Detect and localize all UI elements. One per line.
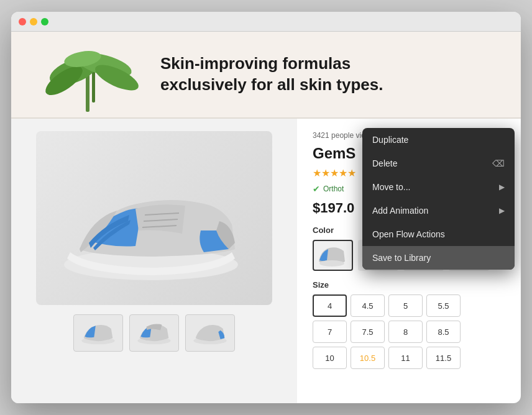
size-btn-5[interactable]: 5 xyxy=(388,294,423,317)
size-btn-8-5[interactable]: 8.5 xyxy=(426,321,461,343)
menu-item-move[interactable]: Move to... ▶ xyxy=(362,175,515,199)
dot-yellow[interactable] xyxy=(30,18,37,25)
size-btn-11[interactable]: 11 xyxy=(388,347,423,369)
thumbnail-1[interactable] xyxy=(73,314,123,352)
thumbnail-3[interactable] xyxy=(185,314,235,352)
size-btn-11-5[interactable]: 11.5 xyxy=(426,347,461,369)
size-label: Size xyxy=(313,280,508,290)
thumbnail-row xyxy=(73,314,235,352)
color-swatch-gray-blue[interactable] xyxy=(313,240,353,271)
size-btn-4[interactable]: 4 xyxy=(313,294,347,317)
size-btn-4-5[interactable]: 4.5 xyxy=(351,294,385,317)
animation-arrow-icon: ▶ xyxy=(499,206,505,215)
dot-red[interactable] xyxy=(19,18,26,25)
browser-window: Skin-improving formulas exclusively for … xyxy=(11,12,521,403)
product-image-area xyxy=(11,119,297,403)
browser-titlebar xyxy=(11,12,521,32)
dot-green[interactable] xyxy=(41,18,48,25)
browser-content: Skin-improving formulas exclusively for … xyxy=(11,32,521,403)
size-btn-10-5[interactable]: 10.5 xyxy=(351,347,385,369)
menu-item-duplicate[interactable]: Duplicate xyxy=(362,128,515,152)
top-banner: Skin-improving formulas exclusively for … xyxy=(11,32,521,119)
size-btn-10[interactable]: 10 xyxy=(313,347,347,369)
size-btn-5-5[interactable]: 5.5 xyxy=(426,294,461,317)
menu-item-duplicate-label: Duplicate xyxy=(372,135,505,145)
menu-item-delete[interactable]: Delete ⌫ xyxy=(362,152,515,175)
move-arrow-icon: ▶ xyxy=(499,183,505,191)
size-btn-8[interactable]: 8 xyxy=(388,321,423,343)
main-product-image xyxy=(36,131,272,305)
check-icon: ✔ xyxy=(313,184,320,194)
menu-item-delete-label: Delete xyxy=(372,158,492,168)
menu-item-save-library[interactable]: Save to Library xyxy=(362,246,515,270)
svg-rect-0 xyxy=(86,75,89,112)
svg-point-14 xyxy=(319,260,344,267)
delete-icon: ⌫ xyxy=(492,158,505,168)
menu-item-open-flow[interactable]: Open Flow Actions xyxy=(362,222,515,246)
menu-item-move-label: Move to... xyxy=(372,182,499,192)
menu-item-animation-label: Add Animation xyxy=(372,206,499,216)
banner-plant xyxy=(36,37,148,112)
thumbnail-2[interactable] xyxy=(129,314,179,352)
menu-item-save-label: Save to Library xyxy=(372,253,505,263)
menu-item-add-animation[interactable]: Add Animation ▶ xyxy=(362,199,515,222)
size-grid: 4 4.5 5 5.5 7 7.5 8 8.5 10 10.5 11 11.5 xyxy=(313,294,508,369)
context-menu: Duplicate Delete ⌫ Move to... ▶ Add Anim… xyxy=(362,128,515,270)
size-btn-7-5[interactable]: 7.5 xyxy=(351,321,385,343)
product-section: 3421 people viewing GemS ★★★★★ ✔ Orthot … xyxy=(11,119,521,403)
svg-rect-1 xyxy=(92,68,95,103)
banner-text: Skin-improving formulas exclusively for … xyxy=(160,53,383,96)
size-btn-7[interactable]: 7 xyxy=(313,321,347,343)
menu-item-flow-label: Open Flow Actions xyxy=(372,229,505,239)
orthopedic-label: Orthot xyxy=(323,185,344,193)
browser-dots xyxy=(19,18,48,25)
